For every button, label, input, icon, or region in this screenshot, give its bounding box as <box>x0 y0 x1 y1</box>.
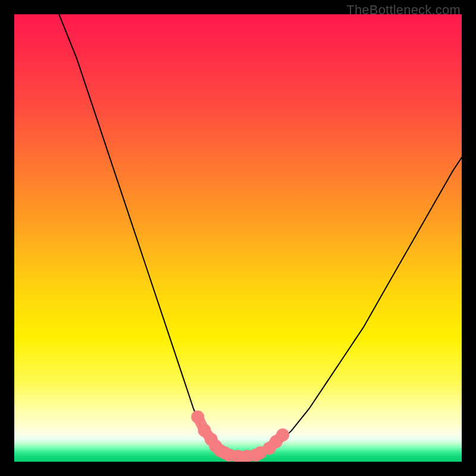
highlight-dot <box>191 411 204 424</box>
bottleneck-curve <box>59 14 462 458</box>
chart-frame: TheBottleneck.com <box>0 0 476 476</box>
curve-svg <box>14 14 462 462</box>
watermark-text: TheBottleneck.com <box>346 2 461 18</box>
curve-path <box>59 14 462 458</box>
highlight-dots <box>191 411 289 462</box>
highlight-dot <box>276 428 289 441</box>
plot-area <box>14 14 462 462</box>
